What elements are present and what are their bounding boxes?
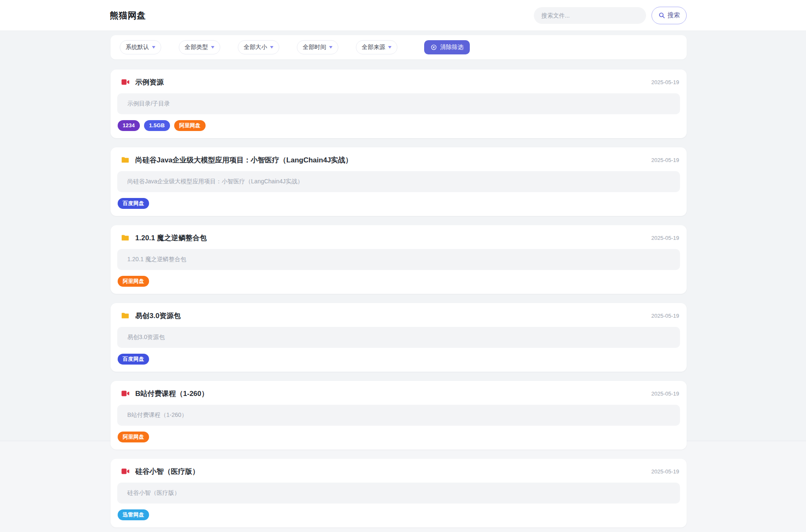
result-date: 2025-05-19 — [651, 313, 680, 319]
tag-badge: 百度网盘 — [118, 354, 149, 365]
video-icon — [121, 467, 130, 476]
tag-badge: 阿里网盘 — [118, 432, 149, 442]
result-title: B站付费课程（1-260） — [135, 389, 209, 398]
folder-icon — [121, 233, 130, 242]
result-card[interactable]: 1.20.1 魔之逆鳞整合包 2025-05-19 1.20.1 魔之逆鳞整合包… — [111, 225, 687, 294]
video-icon — [121, 389, 130, 398]
result-date: 2025-05-19 — [651, 235, 680, 241]
result-title: 尚硅谷Java企业级大模型应用项目：小智医疗（LangChain4J实战） — [135, 155, 353, 165]
results-list: 示例资源 2025-05-19 示例目录/子目录 1234 1.5GB 阿里网盘… — [111, 69, 687, 527]
card-tags: 百度网盘 — [117, 198, 680, 209]
main-content: 系统默认 全部类型 全部大小 全部时间 全部来源 清除筛选 — [111, 35, 687, 527]
result-title: 示例资源 — [135, 77, 164, 87]
result-card-head: 硅谷小智（医疗版） 2025-05-19 — [117, 459, 680, 476]
header-search: 搜索 — [534, 7, 687, 24]
result-card-head: B站付费课程（1-260） 2025-05-19 — [117, 381, 680, 398]
card-tags: 1234 1.5GB 阿里网盘 — [117, 120, 680, 131]
card-tags: 百度网盘 — [117, 354, 680, 365]
site-title: 熊猫网盘 — [110, 10, 146, 21]
result-card[interactable]: 硅谷小智（医疗版） 2025-05-19 硅谷小智（医疗版） 迅雷网盘 — [111, 459, 687, 527]
result-title: 易创3.0资源包 — [135, 311, 181, 321]
tag-badge: 阿里网盘 — [118, 276, 149, 287]
header-inner: 熊猫网盘 搜索 — [110, 0, 687, 31]
result-card[interactable]: 示例资源 2025-05-19 示例目录/子目录 1234 1.5GB 阿里网盘 — [111, 69, 687, 138]
filter-dropdown-label: 全部类型 — [185, 44, 208, 51]
filter-bar: 系统默认 全部类型 全部大小 全部时间 全部来源 清除筛选 — [111, 35, 687, 59]
filter-dropdown-label: 全部时间 — [303, 44, 326, 51]
search-input[interactable] — [534, 7, 646, 24]
filter-dropdown[interactable]: 全部大小 — [238, 40, 279, 54]
result-card[interactable]: B站付费课程（1-260） 2025-05-19 B站付费课程（1-260） 阿… — [111, 381, 687, 450]
chevron-down-icon — [388, 46, 391, 49]
filter-dropdown[interactable]: 系统默认 — [120, 40, 161, 54]
tag-badge: 迅雷网盘 — [118, 509, 149, 520]
card-tags: 阿里网盘 — [117, 276, 680, 287]
result-card-head: 示例资源 2025-05-19 — [117, 69, 680, 87]
card-tags: 阿里网盘 — [117, 432, 680, 442]
header: 熊猫网盘 搜索 — [0, 0, 806, 31]
chevron-down-icon — [329, 46, 332, 49]
result-date: 2025-05-19 — [651, 391, 680, 397]
filter-dropdown-label: 系统默认 — [126, 44, 149, 51]
result-card[interactable]: 尚硅谷Java企业级大模型应用项目：小智医疗（LangChain4J实战） 20… — [111, 147, 687, 216]
result-date: 2025-05-19 — [651, 468, 680, 475]
result-description: 尚硅谷Java企业级大模型应用项目：小智医疗（LangChain4J实战） — [117, 171, 680, 192]
video-icon — [121, 77, 130, 87]
result-date: 2025-05-19 — [651, 79, 680, 85]
folder-icon — [121, 155, 130, 164]
circle-x-icon — [430, 44, 437, 51]
filter-dropdown[interactable]: 全部类型 — [179, 40, 220, 54]
result-description: 硅谷小智（医疗版） — [117, 483, 680, 504]
search-button-label: 搜索 — [667, 11, 680, 19]
tag-badge: 阿里网盘 — [174, 120, 206, 131]
filter-dropdown[interactable]: 全部时间 — [297, 40, 338, 54]
result-description: 示例目录/子目录 — [117, 93, 680, 114]
folder-icon — [121, 311, 130, 320]
result-description: 1.20.1 魔之逆鳞整合包 — [117, 249, 680, 270]
tag-badge: 1234 — [118, 120, 140, 131]
tag-badge: 1.5GB — [144, 120, 170, 131]
clear-filters-label: 清除筛选 — [440, 44, 464, 51]
search-button[interactable]: 搜索 — [651, 7, 687, 24]
chevron-down-icon — [270, 46, 273, 49]
filter-dropdown-label: 全部来源 — [362, 44, 385, 51]
filter-dropdown[interactable]: 全部来源 — [356, 40, 397, 54]
result-description: B站付费课程（1-260） — [117, 405, 680, 426]
chevron-down-icon — [152, 46, 155, 49]
result-card-head: 尚硅谷Java企业级大模型应用项目：小智医疗（LangChain4J实战） 20… — [117, 147, 680, 165]
result-title: 硅谷小智（医疗版） — [135, 467, 199, 476]
result-card[interactable]: 易创3.0资源包 2025-05-19 易创3.0资源包 百度网盘 — [111, 303, 687, 372]
result-date: 2025-05-19 — [651, 157, 680, 163]
chevron-down-icon — [211, 46, 214, 49]
tag-badge: 百度网盘 — [118, 198, 149, 209]
result-description: 易创3.0资源包 — [117, 327, 680, 348]
card-tags: 迅雷网盘 — [117, 509, 680, 520]
search-icon — [658, 12, 665, 19]
result-card-head: 易创3.0资源包 2025-05-19 — [117, 303, 680, 321]
result-card-head: 1.20.1 魔之逆鳞整合包 2025-05-19 — [117, 225, 680, 243]
clear-filters-button[interactable]: 清除筛选 — [424, 40, 470, 54]
result-title: 1.20.1 魔之逆鳞整合包 — [135, 233, 207, 243]
filter-dropdown-label: 全部大小 — [244, 44, 267, 51]
